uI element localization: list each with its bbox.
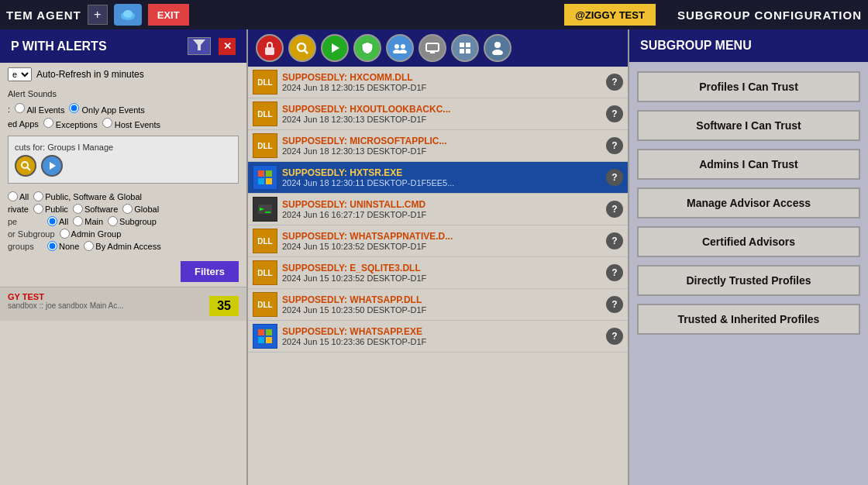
events-prefix: : xyxy=(8,105,10,114)
svg-point-23 xyxy=(494,42,501,48)
event-item[interactable]: DLL SUPPOSEDLY: HXCOMM.DLL 2024 Jun 18 1… xyxy=(248,67,628,98)
all-events-radio[interactable]: All Events xyxy=(15,103,64,115)
right-panel: SUBGROUP MENU Profiles I Can TrustSoftwa… xyxy=(628,29,868,485)
app-events-radio[interactable]: Only App Events xyxy=(69,103,144,115)
refresh-row: e Auto-Refresh in 9 minutes xyxy=(0,63,246,86)
filters-button[interactable]: Filters xyxy=(181,261,239,282)
exceptions-radio[interactable]: Exceptions xyxy=(43,118,98,129)
question-icon[interactable]: ? xyxy=(606,201,623,218)
event-item[interactable]: DLL SUPPOSEDLY: HXOUTLOOKBACKC... 2024 J… xyxy=(248,98,628,130)
filter-row-1: All Public, Software & Global xyxy=(8,191,239,201)
refresh-select[interactable]: e xyxy=(8,67,32,81)
event-name: SUPPOSEDLY: UNINSTALL.CMD xyxy=(282,199,601,210)
filter-row-4: or Subgroup Admin Group xyxy=(8,229,239,239)
subgroup-menu-button[interactable]: Trusted & Inherited Profiles xyxy=(637,304,860,335)
event-name: SUPPOSEDLY: HXOUTLOOKBACKC... xyxy=(282,104,601,115)
question-icon[interactable]: ? xyxy=(606,264,623,281)
play-middle-icon xyxy=(329,43,340,53)
event-item[interactable]: SUPPOSEDLY: HXTSR.EXE 2024 Jun 18 12:30:… xyxy=(248,162,628,194)
type-all-radio[interactable]: All xyxy=(47,216,68,226)
agent-title: TEM AGENT xyxy=(6,9,81,22)
svg-point-9 xyxy=(298,43,305,51)
event-detail: 2024 Jun 15 10:23:52 DESKTOP-D1F xyxy=(282,273,601,283)
add-button[interactable]: + xyxy=(88,5,108,25)
groups-box: cuts for: Groups I Manage xyxy=(8,136,239,184)
svg-rect-21 xyxy=(460,49,464,53)
event-name: SUPPOSEDLY: HXCOMM.DLL xyxy=(282,72,601,83)
svg-point-15 xyxy=(399,50,407,53)
person-icon xyxy=(492,41,503,55)
exit-button[interactable]: EXIT xyxy=(148,4,189,26)
play-icon xyxy=(47,161,57,170)
svg-rect-16 xyxy=(426,43,439,51)
filter-rows: All Public, Software & Global rivate Pub… xyxy=(0,188,246,256)
question-icon[interactable]: ? xyxy=(606,169,623,186)
count-badge: 35 xyxy=(209,296,239,316)
shield-button[interactable] xyxy=(353,34,381,62)
subgroup-menu-button[interactable]: Manage Advisor Access xyxy=(637,187,860,218)
filter-public-radio[interactable]: Public xyxy=(33,204,68,214)
cmd-icon xyxy=(253,197,277,222)
search-groups-button[interactable] xyxy=(15,155,36,177)
event-item[interactable]: SUPPOSEDLY: UNINSTALL.CMD 2024 Jun 16 16… xyxy=(248,194,628,225)
filter-software-radio[interactable]: Software xyxy=(73,204,118,214)
event-detail: 2024 Jun 16 16:27:17 DESKTOP-D1F xyxy=(282,210,601,219)
search-icon xyxy=(296,42,308,54)
event-item[interactable]: DLL SUPPOSEDLY: WHATSAPP.DLL 2024 Jun 15… xyxy=(248,289,628,321)
event-item[interactable]: DLL SUPPOSEDLY: E_SQLITE3.DLL 2024 Jun 1… xyxy=(248,257,628,289)
refresh-label: Auto-Refresh in 9 minutes xyxy=(36,69,144,80)
host-events-radio[interactable]: Host Events xyxy=(102,118,160,129)
event-item[interactable]: SUPPOSEDLY: WHATSAPP.EXE 2024 Jun 15 10:… xyxy=(248,321,628,353)
event-name: SUPPOSEDLY: WHATSAPPNATIVE.D... xyxy=(282,231,601,242)
event-name: SUPPOSEDLY: WHATSAPP.DLL xyxy=(282,294,601,305)
play-middle-button[interactable] xyxy=(321,34,349,62)
play-button[interactable] xyxy=(41,155,63,177)
question-icon[interactable]: ? xyxy=(606,137,623,154)
event-text: SUPPOSEDLY: WHATSAPP.EXE 2024 Jun 15 10:… xyxy=(282,326,601,346)
svg-point-3 xyxy=(123,10,133,18)
grid-icon xyxy=(459,42,471,54)
question-icon[interactable]: ? xyxy=(606,74,623,91)
info-title: GY TEST xyxy=(8,292,239,301)
subgroup-menu-button[interactable]: Profiles I Can Trust xyxy=(637,71,860,102)
close-alerts-button[interactable]: ✕ xyxy=(219,38,236,55)
question-icon[interactable]: ? xyxy=(606,296,623,313)
event-text: SUPPOSEDLY: MICROSOFTAPPLIC... 2024 Jun … xyxy=(282,136,601,156)
subgroup-menu-header: SUBGROUP MENU xyxy=(629,29,868,62)
event-text: SUPPOSEDLY: WHATSAPP.DLL 2024 Jun 15 10:… xyxy=(282,294,601,315)
admin-group-radio[interactable]: Admin Group xyxy=(60,229,122,239)
dll-icon: DLL xyxy=(253,101,277,126)
type-main-radio[interactable]: Main xyxy=(73,216,103,226)
filter-icon-button[interactable] xyxy=(188,37,211,55)
none-radio[interactable]: None xyxy=(47,241,79,251)
subgroup-menu-button[interactable]: Software I Can Trust xyxy=(637,110,860,141)
win-icon xyxy=(253,165,277,190)
subgroup-menu-button[interactable]: Certified Advisors xyxy=(637,226,860,257)
filter-public-sw-global-radio[interactable]: Public, Software & Global xyxy=(33,191,142,201)
person-button[interactable] xyxy=(484,34,512,62)
svg-rect-19 xyxy=(460,43,464,47)
question-icon[interactable]: ? xyxy=(606,105,623,122)
monitor-button[interactable] xyxy=(418,34,446,62)
cloud-button[interactable] xyxy=(114,4,142,26)
type-subgroup-radio[interactable]: Subgroup xyxy=(108,216,157,226)
groups-actions xyxy=(15,155,232,177)
group-icon xyxy=(393,43,407,53)
by-admin-radio[interactable]: By Admin Access xyxy=(84,241,160,251)
lock-button[interactable] xyxy=(256,34,284,62)
question-icon[interactable]: ? xyxy=(606,328,623,345)
private-label: rivate xyxy=(8,205,29,214)
event-item[interactable]: DLL SUPPOSEDLY: WHATSAPPNATIVE.D... 2024… xyxy=(248,225,628,257)
group-button[interactable] xyxy=(386,34,414,62)
grid-button[interactable] xyxy=(451,34,479,62)
filters-btn-row: Filters xyxy=(0,256,246,287)
question-icon[interactable]: ? xyxy=(606,232,623,249)
filter-all-radio[interactable]: All xyxy=(8,191,29,201)
svg-line-6 xyxy=(27,167,30,170)
subgroup-menu-button[interactable]: Directly Trusted Profiles xyxy=(637,265,860,296)
filter-global-radio[interactable]: Global xyxy=(122,204,159,214)
filter-row-2: rivate Public Software Global xyxy=(8,204,239,214)
subgroup-menu-button[interactable]: Admins I Can Trust xyxy=(637,149,860,180)
search-middle-button[interactable] xyxy=(288,34,316,62)
event-item[interactable]: DLL SUPPOSEDLY: MICROSOFTAPPLIC... 2024 … xyxy=(248,130,628,162)
